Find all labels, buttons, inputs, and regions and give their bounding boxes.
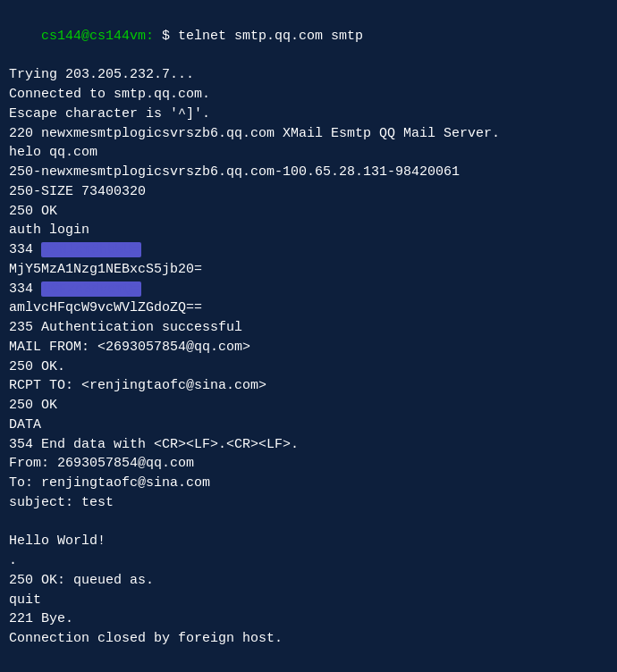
output-line-2: Connected to smtp.qq.com. [9, 85, 608, 105]
output-line-25: Hello World! [9, 532, 608, 551]
output-line-13: amlvcHFqcW9vcWVlZGdoZQ== [9, 298, 608, 318]
prompt-user: cs144@cs144vm: [41, 29, 154, 44]
output-line-23: subject: test [9, 493, 608, 513]
output-line-7: 250-SIZE 73400320 [9, 182, 608, 202]
output-line-3: Escape character is '^]'. [9, 105, 608, 124]
output-line-8: 250 OK [9, 202, 608, 222]
output-line-9: auth login [9, 221, 608, 240]
output-line-24 [9, 513, 608, 533]
output-line-18: 250 OK [9, 396, 608, 416]
output-line-28: quit [9, 591, 608, 610]
output-line-4: 220 newxmesmtplogicsvrszb6.qq.com XMail … [9, 124, 608, 144]
output-line-22: To: renjingtaofc@sina.com [9, 474, 608, 493]
output-line-5: helo qq.com [9, 143, 608, 163]
redacted-username-b64: VXNlcm5hbWU= [41, 242, 141, 257]
output-line-10: 334 VXNlcm5hbWU= [9, 240, 608, 260]
output-line-26: . [9, 551, 608, 571]
output-line-12: 334 UGFzc3dvcmQ= [9, 280, 608, 299]
output-line-19: DATA [9, 416, 608, 435]
output-line-1: Trying 203.205.232.7... [9, 65, 608, 85]
terminal-window[interactable]: cs144@cs144vm: $ telnet smtp.qq.com smtp… [0, 0, 617, 672]
output-line-14: 235 Authentication successful [9, 318, 608, 338]
prompt-line: cs144@cs144vm: $ telnet smtp.qq.com smtp [9, 7, 608, 65]
output-line-16: 250 OK. [9, 357, 608, 377]
output-line-15: MAIL FROM: <2693057854@qq.com> [9, 338, 608, 357]
output-line-27: 250 OK: queued as. [9, 571, 608, 591]
output-line-6: 250-newxmesmtplogicsvrszb6.qq.com-100.65… [9, 163, 608, 182]
output-line-11: MjY5MzA1Nzg1NEBxcS5jb20= [9, 260, 608, 280]
output-line-21: From: 2693057854@qq.com [9, 454, 608, 474]
output-line-20: 354 End data with <CR><LF>.<CR><LF>. [9, 435, 608, 455]
prompt-command: $ telnet smtp.qq.com smtp [154, 29, 363, 44]
output-line-30: Connection closed by foreign host. [9, 629, 608, 649]
redacted-password-b64: UGFzc3dvcmQ= [41, 281, 141, 297]
output-line-29: 221 Bye. [9, 609, 608, 629]
output-line-17: RCPT TO: <renjingtaofc@sina.com> [9, 376, 608, 396]
